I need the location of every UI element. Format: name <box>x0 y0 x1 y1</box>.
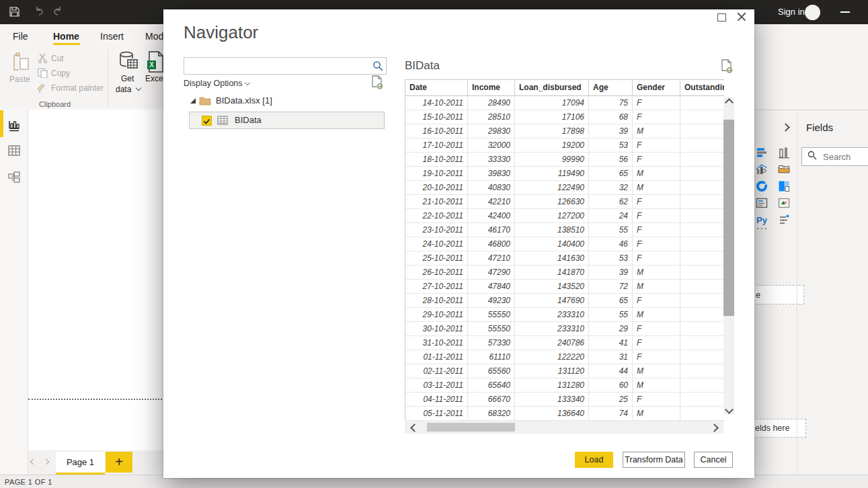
clustered-column-chart-icon[interactable] <box>778 147 790 159</box>
clipboard-group-label: Clipboard <box>39 100 71 108</box>
model-view-icon[interactable] <box>8 171 22 186</box>
copy-button[interactable]: Copy <box>51 69 70 78</box>
fields-search-box[interactable] <box>801 147 868 166</box>
cut-button[interactable]: Cut <box>51 54 64 63</box>
tab-file[interactable]: File <box>13 31 28 42</box>
display-options-caret-icon[interactable] <box>245 80 250 85</box>
load-button[interactable]: Load <box>575 452 613 468</box>
sign-in-link[interactable]: Sign in <box>778 0 805 24</box>
table-cell: F <box>633 96 680 110</box>
field-well-top[interactable]: e <box>746 285 804 304</box>
table-cell: 20-10-2011 <box>405 181 468 195</box>
tab-home[interactable]: Home <box>53 31 79 42</box>
copy-icon[interactable] <box>38 68 48 81</box>
format-painter-button[interactable]: Format painter <box>51 83 104 93</box>
table-row: 28-10-20114923014769065F <box>405 294 724 308</box>
table-cell: 39830 <box>468 167 515 181</box>
table-cell: 68 <box>589 110 633 124</box>
vertical-scrollbar[interactable] <box>723 97 734 415</box>
table-cell: 18-10-2011 <box>405 153 468 167</box>
get-data-icon[interactable] <box>118 51 139 75</box>
horizontal-scrollbar[interactable] <box>405 421 723 434</box>
dialog-maximize-icon[interactable] <box>717 13 726 22</box>
tree-table-row[interactable]: BIData <box>189 112 385 129</box>
page-tab[interactable]: Page 1 <box>56 452 105 475</box>
vertical-scrollbar-thumb[interactable] <box>723 120 734 316</box>
table-row: 05-11-20116832013664074M <box>405 407 724 421</box>
horizontal-scrollbar-thumb[interactable] <box>427 423 515 432</box>
table-cell: 39 <box>589 266 633 280</box>
format-painter-icon[interactable] <box>37 83 48 96</box>
ribbon-group-divider <box>108 50 108 106</box>
cancel-button[interactable]: Cancel <box>694 452 733 468</box>
excel-workbook-button[interactable]: Excel <box>145 74 165 83</box>
tab-modeling[interactable]: Mod <box>145 31 163 42</box>
stacked-bar-chart-icon[interactable] <box>756 147 768 159</box>
table-cell: 44 <box>589 364 633 378</box>
get-data-dropdown-icon[interactable] <box>136 85 141 91</box>
table-cell: 127200 <box>515 209 589 223</box>
table-cell: 33330 <box>468 153 515 167</box>
get-data-button[interactable]: Get <box>121 74 134 83</box>
ribbon-chart-icon[interactable] <box>778 163 790 175</box>
tree-source-file[interactable]: BIData.xlsx [1] <box>216 95 272 106</box>
slicer-icon[interactable] <box>778 214 790 226</box>
get-data-button-line2[interactable]: data <box>116 85 131 94</box>
table-cell: 147690 <box>515 294 589 308</box>
report-view-icon[interactable] <box>8 120 20 134</box>
table-cell <box>680 167 724 181</box>
cut-icon[interactable] <box>38 53 48 66</box>
next-page-icon[interactable] <box>44 459 49 464</box>
table-row: 31-10-20115733024078641F <box>405 336 724 350</box>
avatar[interactable] <box>805 5 820 20</box>
table-cell: F <box>633 138 680 153</box>
save-icon[interactable] <box>9 6 20 20</box>
display-options-dropdown[interactable]: Display Options <box>184 79 243 88</box>
scroll-up-icon[interactable] <box>723 97 734 108</box>
prev-page-icon[interactable] <box>30 459 36 464</box>
transform-data-button[interactable]: Transform Data <box>623 452 685 468</box>
undo-icon[interactable] <box>34 6 46 21</box>
more-visuals-button[interactable]: ... <box>756 220 768 231</box>
navigator-search-box[interactable] <box>184 57 387 75</box>
combo-chart-icon[interactable] <box>756 163 768 175</box>
table-cell: 233310 <box>515 322 589 336</box>
fields-search-input[interactable] <box>822 151 865 163</box>
new-page-button[interactable]: + <box>106 452 132 473</box>
tab-insert[interactable]: Insert <box>100 31 124 42</box>
refresh-preview-icon[interactable] <box>370 75 384 94</box>
kpi-icon[interactable] <box>778 197 790 209</box>
table-cell: M <box>633 167 680 181</box>
navigator-search-input[interactable] <box>188 58 371 74</box>
preview-table-body: 14-10-2011284901709475F15-10-20112851017… <box>405 96 724 421</box>
table-cell <box>680 364 724 378</box>
data-view-icon[interactable] <box>8 145 20 159</box>
preview-title: BIData <box>405 59 440 73</box>
excel-icon[interactable]: X <box>147 51 164 75</box>
search-icon <box>807 151 817 163</box>
scroll-right-icon[interactable] <box>709 422 719 433</box>
table-cell: M <box>633 378 680 393</box>
treemap-icon[interactable] <box>778 180 790 192</box>
table-cell: 141630 <box>515 251 589 266</box>
redo-icon[interactable] <box>51 6 63 21</box>
preview-table: DateIncomeLoan_disbursedAgeGenderOutstan… <box>405 79 724 421</box>
minimize-icon[interactable] <box>840 11 850 13</box>
table-cell: 29 <box>589 322 633 336</box>
paste-button[interactable]: Paste <box>9 75 30 84</box>
scroll-left-icon[interactable] <box>409 422 420 433</box>
pane-divider <box>797 110 797 475</box>
multi-row-card-icon[interactable] <box>756 197 768 209</box>
table-cell: F <box>633 237 680 251</box>
tree-expand-icon[interactable] <box>190 98 196 104</box>
table-checkbox[interactable] <box>202 116 212 126</box>
search-icon[interactable] <box>372 60 383 74</box>
scroll-down-icon[interactable] <box>723 404 734 415</box>
refresh-preview-icon[interactable] <box>720 59 734 78</box>
table-cell: 119490 <box>515 167 589 181</box>
table-cell: 05-11-2011 <box>405 407 468 421</box>
collapse-pane-icon[interactable] <box>781 123 790 132</box>
table-cell <box>680 237 724 251</box>
paste-icon[interactable] <box>11 52 32 76</box>
donut-chart-icon[interactable] <box>756 180 768 192</box>
